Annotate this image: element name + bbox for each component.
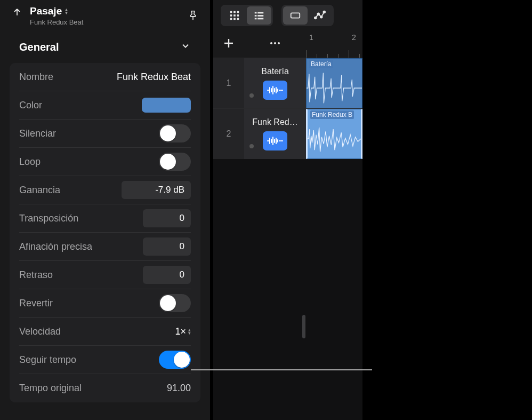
svg-rect-9 bbox=[255, 12, 257, 14]
color-swatch[interactable] bbox=[142, 98, 191, 113]
svg-rect-6 bbox=[230, 18, 232, 20]
svg-point-19 bbox=[323, 11, 325, 13]
track-row[interactable]: 2 Funk Red… Funk Redux B bbox=[213, 108, 362, 159]
svg-rect-1 bbox=[233, 11, 236, 13]
track-name: Batería bbox=[244, 67, 306, 76]
track-type-icon bbox=[263, 81, 287, 100]
row-orig-tempo: Tempo original 91.00 bbox=[19, 374, 191, 402]
name-label: Nombre bbox=[19, 72, 53, 83]
row-mute: Silenciar bbox=[19, 120, 191, 148]
name-value[interactable]: Funk Redux Beat bbox=[117, 72, 191, 83]
audio-region[interactable]: Batería bbox=[306, 58, 362, 108]
track-header[interactable]: Batería bbox=[244, 58, 306, 108]
track-header[interactable]: Funk Red… bbox=[244, 109, 306, 159]
row-color: Color bbox=[19, 91, 191, 120]
list-view-button[interactable] bbox=[247, 6, 271, 25]
reverse-toggle[interactable] bbox=[159, 294, 191, 312]
tracks-panel: 1 2 1 Batería Batería bbox=[213, 0, 362, 420]
svg-rect-15 bbox=[291, 13, 300, 18]
svg-rect-7 bbox=[233, 18, 236, 20]
track-mute-indicator[interactable] bbox=[249, 144, 254, 148]
more-button[interactable] bbox=[244, 31, 306, 58]
transpose-label: Transposición bbox=[19, 213, 78, 224]
toolbar bbox=[213, 0, 362, 31]
mode-segmented-control bbox=[281, 5, 334, 26]
row-speed: Velocidad 1× ▴▾ bbox=[19, 318, 191, 346]
orig-tempo-label: Tempo original bbox=[19, 383, 82, 394]
updown-stepper-icon: ▴▾ bbox=[188, 328, 191, 335]
svg-rect-12 bbox=[257, 15, 263, 17]
section-header[interactable]: General bbox=[0, 31, 210, 63]
row-reverse: Revertir bbox=[19, 289, 191, 318]
updown-stepper-icon[interactable]: ▴▾ bbox=[65, 8, 68, 14]
inspector-title[interactable]: Pasaje bbox=[30, 5, 62, 17]
ruler-row: 1 2 bbox=[213, 31, 362, 58]
audio-region-selected[interactable]: Funk Redux B bbox=[306, 109, 362, 159]
transpose-value[interactable]: 0 bbox=[143, 209, 191, 227]
speed-value[interactable]: 1× ▴▾ bbox=[175, 326, 191, 337]
svg-rect-3 bbox=[230, 14, 232, 17]
svg-point-18 bbox=[320, 16, 323, 18]
row-finetune: Afinación precisa 0 bbox=[19, 233, 191, 261]
automation-mode-button[interactable] bbox=[308, 6, 332, 25]
svg-point-22 bbox=[278, 42, 280, 44]
finetune-label: Afinación precisa bbox=[19, 241, 92, 252]
add-track-button[interactable] bbox=[213, 31, 244, 58]
inspector-header: Pasaje ▴▾ Funk Redux Beat bbox=[0, 0, 210, 31]
track-mute-indicator[interactable] bbox=[249, 93, 254, 98]
loop-toggle[interactable] bbox=[159, 153, 191, 171]
waveform-icon bbox=[308, 119, 361, 159]
row-loop: Loop bbox=[19, 148, 191, 176]
delay-label: Retraso bbox=[19, 270, 53, 281]
tick-marks bbox=[306, 49, 362, 58]
svg-rect-11 bbox=[255, 15, 257, 17]
inspector-panel: Pasaje ▴▾ Funk Redux Beat General Nombre… bbox=[0, 0, 210, 420]
follow-tempo-toggle[interactable] bbox=[159, 351, 191, 369]
plus-icon bbox=[222, 37, 235, 52]
timeline-ruler[interactable]: 1 2 bbox=[306, 31, 362, 58]
track-row[interactable]: 1 Batería Batería bbox=[213, 58, 362, 108]
svg-rect-5 bbox=[237, 14, 239, 17]
svg-rect-4 bbox=[233, 14, 236, 17]
view-segmented-control bbox=[221, 5, 273, 26]
region-label: Batería bbox=[309, 60, 333, 68]
loop-label: Loop bbox=[19, 156, 41, 168]
svg-rect-13 bbox=[255, 18, 257, 20]
ruler-marker-1: 1 bbox=[309, 33, 313, 42]
region-label: Funk Redux B bbox=[310, 110, 354, 119]
row-delay: Retraso 0 bbox=[19, 261, 191, 289]
header-text: Pasaje ▴▾ Funk Redux Beat bbox=[30, 5, 83, 26]
mute-label: Silenciar bbox=[19, 128, 56, 139]
row-name: Nombre Funk Redux Beat bbox=[19, 63, 191, 91]
mute-toggle[interactable] bbox=[159, 124, 191, 142]
gain-value[interactable]: -7.9 dB bbox=[122, 181, 191, 199]
back-button[interactable] bbox=[10, 4, 25, 19]
track-number: 2 bbox=[213, 109, 244, 159]
ruler-marker-2: 2 bbox=[352, 33, 356, 42]
section-title: General bbox=[19, 41, 59, 53]
speed-label: Velocidad bbox=[19, 326, 61, 337]
speed-text: 1× bbox=[175, 326, 186, 337]
svg-rect-14 bbox=[257, 18, 263, 20]
chevron-down-icon bbox=[180, 41, 191, 53]
finetune-value[interactable]: 0 bbox=[143, 237, 191, 256]
scroll-indicator[interactable] bbox=[302, 315, 305, 338]
svg-point-21 bbox=[274, 42, 276, 44]
svg-point-16 bbox=[315, 17, 317, 19]
svg-point-20 bbox=[270, 42, 272, 44]
svg-rect-2 bbox=[237, 11, 239, 13]
properties-list: Nombre Funk Redux Beat Color Silenciar L… bbox=[10, 63, 200, 402]
orig-tempo-value[interactable]: 91.00 bbox=[167, 383, 191, 394]
row-transpose: Transposición 0 bbox=[19, 204, 191, 233]
svg-rect-0 bbox=[230, 11, 232, 13]
region-mode-button[interactable] bbox=[283, 6, 308, 25]
grid-view-button[interactable] bbox=[222, 6, 247, 25]
pin-button[interactable] bbox=[186, 8, 200, 23]
svg-point-17 bbox=[317, 13, 319, 15]
inspector-subtitle: Funk Redux Beat bbox=[30, 18, 83, 26]
track-type-icon bbox=[263, 131, 287, 150]
track-number: 1 bbox=[213, 58, 244, 108]
gain-label: Ganancia bbox=[19, 185, 60, 196]
row-gain: Ganancia -7.9 dB bbox=[19, 176, 191, 204]
delay-value[interactable]: 0 bbox=[143, 266, 191, 284]
